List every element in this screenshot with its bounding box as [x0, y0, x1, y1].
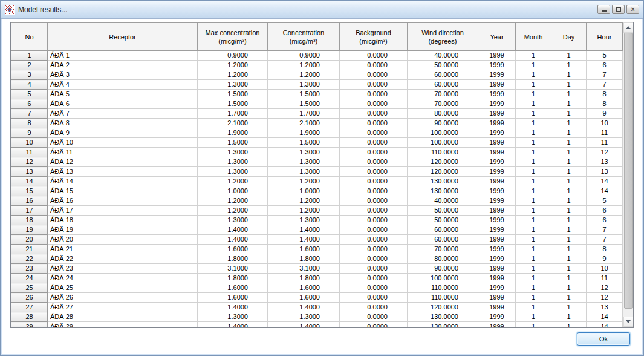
table-row[interactable]: 10ÁÐÄ 101.50001.50000.0000100.0000199911…: [11, 138, 623, 148]
cell-no[interactable]: 17: [11, 206, 48, 216]
maximize-button[interactable]: [612, 5, 625, 14]
cell-year: 1999: [478, 61, 516, 70]
table-row[interactable]: 5ÁÐÄ 51.50001.50000.000070.00001999118: [11, 90, 623, 99]
table-row[interactable]: 18ÁÐÄ 181.30001.30000.000050.00001999116: [11, 216, 623, 225]
cell-no[interactable]: 26: [11, 293, 48, 303]
table-row[interactable]: 23ÁÐÄ 233.10003.10000.000090.00001999111…: [11, 264, 623, 274]
table-row[interactable]: 13ÁÐÄ 131.30001.30000.0000120.0000199911…: [11, 167, 623, 177]
scroll-down-button[interactable]: [623, 317, 633, 327]
cell-bg: 0.0000: [340, 264, 408, 274]
cell-no[interactable]: 24: [11, 274, 48, 283]
cell-no[interactable]: 1: [11, 51, 48, 61]
cell-day: 1: [551, 274, 587, 283]
table-row[interactable]: 9ÁÐÄ 91.90001.90000.0000100.000019991111: [11, 128, 623, 138]
cell-no[interactable]: 5: [11, 90, 48, 99]
table-row[interactable]: 16ÁÐÄ 161.20001.20000.000040.00001999115: [11, 196, 623, 206]
table-row[interactable]: 20ÁÐÄ 201.40001.40000.000060.00001999117: [11, 235, 623, 245]
cell-no[interactable]: 6: [11, 99, 48, 109]
cell-no[interactable]: 15: [11, 186, 48, 196]
cell-hour: 7: [587, 80, 623, 90]
cell-no[interactable]: 7: [11, 109, 48, 119]
table-row[interactable]: 22ÁÐÄ 221.80001.80000.000080.00001999119: [11, 254, 623, 264]
cell-day: 1: [551, 119, 587, 128]
cell-year: 1999: [478, 245, 516, 254]
column-header-bg: Background(micg/m³): [340, 23, 408, 51]
table-row[interactable]: 7ÁÐÄ 71.70001.70000.000080.00001999119: [11, 109, 623, 119]
cell-wind: 110.0000: [408, 283, 478, 293]
minimize-button[interactable]: [597, 5, 610, 14]
table-row[interactable]: 6ÁÐÄ 61.50001.50000.000070.00001999118: [11, 99, 623, 109]
cell-wind: 90.0000: [408, 264, 478, 274]
cell-bg: 0.0000: [340, 186, 408, 196]
cell-no[interactable]: 8: [11, 119, 48, 128]
cell-year: 1999: [478, 70, 516, 80]
cell-wind: 50.0000: [408, 216, 478, 225]
cell-year: 1999: [478, 157, 516, 167]
cell-no[interactable]: 19: [11, 225, 48, 235]
table-row[interactable]: 3ÁÐÄ 31.20001.20000.000060.00001999117: [11, 70, 623, 80]
cell-year: 1999: [478, 186, 516, 196]
scroll-down-icon: [626, 320, 631, 323]
table-row[interactable]: 28ÁÐÄ 281.30001.30000.0000130.0000199911…: [11, 312, 623, 322]
titlebar[interactable]: Model results... ×: [1, 1, 643, 19]
window-controls: ×: [597, 5, 639, 14]
dialog-content: NoReceptorMax concentration(micg/m³)Conc…: [2, 19, 642, 354]
table-row[interactable]: 17ÁÐÄ 171.20001.20000.000050.00001999116: [11, 206, 623, 216]
cell-no[interactable]: 4: [11, 80, 48, 90]
table-row[interactable]: 21ÁÐÄ 211.60001.60000.000070.00001999118: [11, 245, 623, 254]
cell-month: 1: [516, 119, 551, 128]
table-row[interactable]: 8ÁÐÄ 82.10002.10000.000090.000019991110: [11, 119, 623, 128]
cell-no[interactable]: 18: [11, 216, 48, 225]
cell-no[interactable]: 22: [11, 254, 48, 264]
cell-no[interactable]: 12: [11, 157, 48, 167]
column-header-wind: Wind direction(degrees): [408, 23, 478, 51]
cell-bg: 0.0000: [340, 245, 408, 254]
table-row[interactable]: 19ÁÐÄ 191.40001.40000.000060.00001999117: [11, 225, 623, 235]
cell-no[interactable]: 11: [11, 148, 48, 157]
table-row[interactable]: 11ÁÐÄ 111.30001.30000.0000110.0000199911…: [11, 148, 623, 157]
cell-no[interactable]: 29: [11, 322, 48, 328]
cell-no[interactable]: 28: [11, 312, 48, 322]
table-row[interactable]: 12ÁÐÄ 121.30001.30000.0000120.0000199911…: [11, 157, 623, 167]
scroll-up-button[interactable]: [623, 22, 633, 33]
cell-no[interactable]: 9: [11, 128, 48, 138]
ok-button[interactable]: Ok: [577, 332, 630, 346]
cell-max: 1.6000: [198, 293, 268, 303]
cell-max: 2.1000: [198, 119, 268, 128]
cell-no[interactable]: 16: [11, 196, 48, 206]
cell-year: 1999: [478, 138, 516, 148]
table-row[interactable]: 26ÁÐÄ 261.60001.60000.0000110.0000199911…: [11, 293, 623, 303]
table-row[interactable]: 14ÁÐÄ 141.20001.20000.0000130.0000199911…: [11, 177, 623, 186]
cell-no[interactable]: 27: [11, 303, 48, 312]
cell-max: 1.3000: [198, 216, 268, 225]
cell-month: 1: [516, 264, 551, 274]
cell-no[interactable]: 3: [11, 70, 48, 80]
cell-hour: 7: [587, 225, 623, 235]
close-button[interactable]: ×: [626, 5, 639, 14]
cell-no[interactable]: 21: [11, 245, 48, 254]
table-row[interactable]: 29ÁÐÄ 291.40001.40000.0000130.0000199911…: [11, 322, 623, 328]
table-row[interactable]: 24ÁÐÄ 241.80001.80000.0000100.0000199911…: [11, 274, 623, 283]
cell-day: 1: [551, 157, 587, 167]
cell-conc: 1.2000: [268, 196, 340, 206]
cell-no[interactable]: 20: [11, 235, 48, 245]
cell-no[interactable]: 23: [11, 264, 48, 274]
cell-no[interactable]: 14: [11, 177, 48, 186]
cell-no[interactable]: 13: [11, 167, 48, 177]
vertical-scrollbar[interactable]: [623, 22, 633, 327]
cell-no[interactable]: 10: [11, 138, 48, 148]
cell-no[interactable]: 2: [11, 61, 48, 70]
cell-wind: 70.0000: [408, 245, 478, 254]
table-row[interactable]: 25ÁÐÄ 251.60001.60000.0000110.0000199911…: [11, 283, 623, 293]
cell-receptor: ÁÐÄ 23: [48, 264, 198, 274]
cell-max: 1.5000: [198, 90, 268, 99]
table-row[interactable]: 4ÁÐÄ 41.30001.30000.000060.00001999117: [11, 80, 623, 90]
table-row[interactable]: 2ÁÐÄ 21.20001.20000.000050.00001999116: [11, 61, 623, 70]
scrollbar-thumb[interactable]: [624, 33, 633, 309]
cell-month: 1: [516, 245, 551, 254]
cell-day: 1: [551, 235, 587, 245]
table-row[interactable]: 27ÁÐÄ 271.40001.40000.0000120.0000199911…: [11, 303, 623, 312]
cell-no[interactable]: 25: [11, 283, 48, 293]
table-row[interactable]: 15ÁÐÄ 151.00001.00000.0000130.0000199911…: [11, 186, 623, 196]
table-row[interactable]: 1ÁÐÄ 10.90000.90000.000040.00001999115: [11, 51, 623, 61]
